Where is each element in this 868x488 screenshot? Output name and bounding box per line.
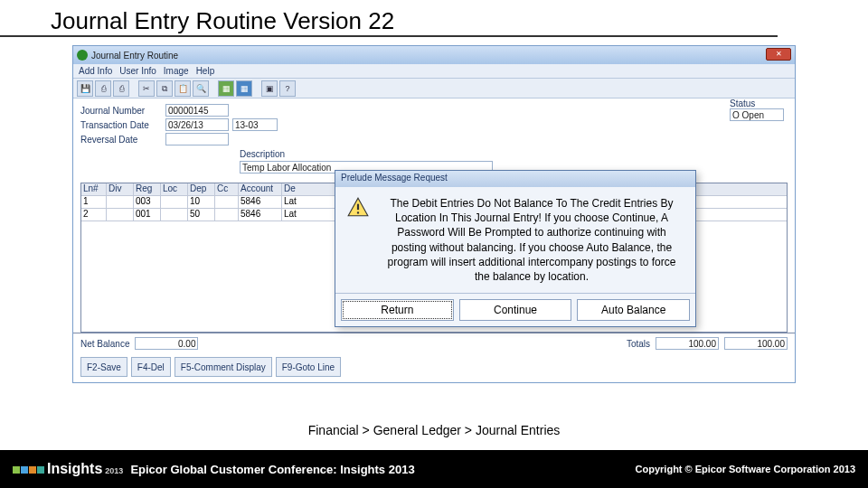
col-account: Account [239, 183, 282, 195]
search-icon[interactable]: 🔍 [193, 80, 209, 97]
cell: 1 [81, 196, 107, 208]
menu-user-info[interactable]: User Info [119, 66, 156, 76]
svg-rect-1 [357, 211, 359, 213]
tool-b-icon[interactable]: ▦ [236, 80, 252, 97]
f9-goto-button[interactable]: F9-Goto Line [276, 357, 341, 377]
cell: 001 [134, 209, 161, 221]
paste-icon[interactable]: 📋 [175, 80, 191, 97]
cell [161, 196, 188, 208]
logo-text: Insights [47, 461, 102, 477]
field-net-balance: 0.00 [135, 337, 198, 350]
titlebar: Journal Entry Routine ✕ [73, 46, 795, 64]
svg-rect-0 [357, 204, 359, 211]
col-dep: Dep [188, 183, 215, 195]
slide-title: Journal Entry Routine Version 22 [0, 0, 778, 37]
label-net-balance: Net Balance [80, 339, 129, 349]
field-transaction-date[interactable]: 03/26/13 [165, 118, 229, 131]
cell: 10 [188, 196, 215, 208]
field-total-credit: 100.00 [724, 337, 788, 350]
save-icon[interactable]: 💾 [77, 80, 93, 97]
tool-a-icon[interactable]: ▦ [218, 80, 234, 97]
breadcrumb: Financial > General Ledger > Journal Ent… [0, 423, 868, 437]
cell: Lat [282, 196, 309, 208]
copy-icon[interactable]: ⧉ [156, 80, 173, 97]
menubar: Add Info User Info Image Help [73, 64, 795, 79]
label-transaction-date: Transaction Date [80, 120, 162, 130]
cell: 5846 [239, 209, 282, 221]
cell [107, 209, 134, 221]
continue-button[interactable]: Continue [459, 299, 572, 321]
tool-c-icon[interactable]: ▣ [261, 80, 278, 97]
function-bar: F2-Save F4-Del F5-Comment Display F9-Got… [73, 353, 795, 382]
label-status: Status [730, 99, 784, 108]
cell: 003 [134, 196, 161, 208]
cut-icon[interactable]: ✂ [138, 80, 155, 97]
menu-image[interactable]: Image [164, 66, 189, 76]
form-area: Journal Number 00000145 Transaction Date… [73, 99, 795, 179]
footer-center: Epicor Global Customer Conference: Insig… [130, 463, 414, 476]
footer: Insights 2013 Epicor Global Customer Con… [0, 450, 868, 488]
dialog-buttons: Return Continue Auto Balance [335, 293, 695, 326]
balance-bar: Net Balance 0.00 Totals 100.00 100.00 [73, 333, 795, 353]
cell: Lat [282, 209, 309, 221]
col-reg: Reg [134, 183, 161, 195]
col-cc: Cc [215, 183, 239, 195]
f4-del-button[interactable]: F4-Del [131, 357, 171, 377]
cell [215, 196, 239, 208]
close-icon[interactable]: ✕ [766, 48, 791, 61]
field-journal-number[interactable]: 00000145 [165, 104, 229, 117]
insights-logo: Insights 2013 [13, 461, 123, 477]
menu-add-info[interactable]: Add Info [79, 66, 112, 76]
dialog-message: The Debit Entries Do Not Balance To The … [379, 196, 684, 284]
f2-save-button[interactable]: F2-Save [80, 357, 127, 377]
warning-icon [346, 196, 370, 220]
menu-help[interactable]: Help [196, 66, 215, 76]
cell [107, 196, 134, 208]
logo-year: 2013 [105, 466, 123, 475]
field-reversal-date[interactable] [165, 133, 229, 145]
window-title: Journal Entry Routine [91, 51, 178, 61]
toolbar: 💾 ⎙ ⎙ ✂ ⧉ 📋 🔍 ▦ ▦ ▣ ? [73, 79, 795, 99]
f5-comment-button[interactable]: F5-Comment Display [175, 357, 272, 377]
label-reversal-date: Reversal Date [80, 135, 162, 145]
label-totals: Totals [627, 339, 650, 349]
message-dialog: Prelude Message Request The Debit Entrie… [335, 170, 696, 327]
field-total-debit: 100.00 [656, 337, 719, 350]
help-icon[interactable]: ? [279, 80, 296, 97]
cell: 50 [188, 209, 215, 221]
cell: 5846 [239, 196, 282, 208]
dialog-title: Prelude Message Request [335, 171, 695, 187]
col-de: De [282, 183, 309, 195]
field-status: O Open [730, 108, 784, 121]
return-button[interactable]: Return [341, 299, 454, 321]
cell [215, 209, 239, 221]
print2-icon[interactable]: ⎙ [113, 80, 129, 97]
print-icon[interactable]: ⎙ [95, 80, 111, 97]
label-journal-number: Journal Number [80, 106, 162, 116]
app-icon [77, 50, 88, 61]
label-description: Description [240, 149, 788, 159]
cell [161, 209, 188, 221]
cell: 2 [81, 209, 107, 221]
col-ln: Ln# [81, 183, 107, 195]
col-div: Div [107, 183, 134, 195]
footer-copyright: Copyright © Epicor Software Corporation … [636, 464, 855, 474]
field-transaction-period[interactable]: 13-03 [232, 118, 278, 131]
col-loc: Loc [161, 183, 188, 195]
auto-balance-button[interactable]: Auto Balance [577, 299, 690, 321]
